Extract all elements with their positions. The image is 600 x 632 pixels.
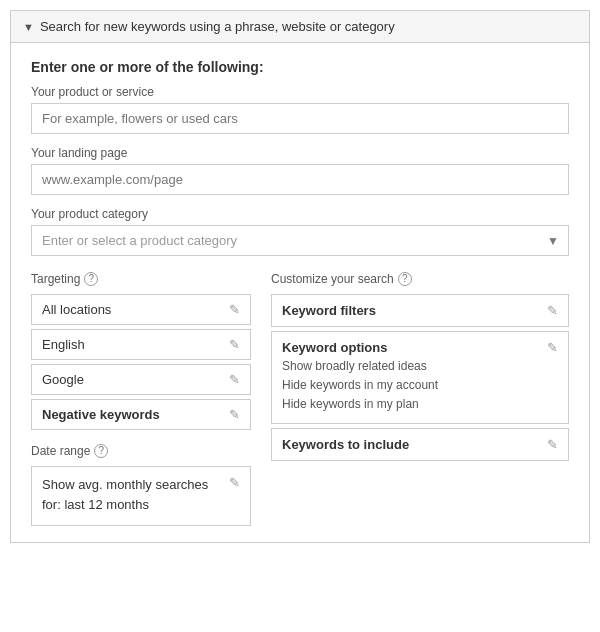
keyword-options-edit-icon[interactable]: ✎ — [547, 340, 558, 355]
category-label: Your product category — [31, 207, 569, 221]
keyword-filters-edit-icon[interactable]: ✎ — [547, 303, 558, 318]
google-label: Google — [42, 372, 84, 387]
customize-help-icon[interactable]: ? — [398, 272, 412, 286]
targeting-option-english[interactable]: English ✎ — [31, 329, 251, 360]
landing-label: Your landing page — [31, 146, 569, 160]
keywords-to-include-row[interactable]: Keywords to include ✎ — [271, 428, 569, 461]
date-range-help-icon[interactable]: ? — [94, 444, 108, 458]
english-edit-icon[interactable]: ✎ — [229, 337, 240, 352]
date-range-text: Show avg. monthly searches for: last 12 … — [42, 475, 208, 514]
category-select[interactable]: Enter or select a product category — [31, 225, 569, 256]
date-range-line1: Show avg. monthly searches — [42, 477, 208, 492]
two-column-section: Targeting ? All locations ✎ English ✎ Go… — [31, 272, 569, 526]
main-panel: ▼ Search for new keywords using a phrase… — [10, 10, 590, 543]
keyword-options-sub-item-2: Hide keywords in my account — [282, 376, 547, 395]
keyword-options-label: Keyword options — [282, 340, 547, 355]
targeting-label: Targeting — [31, 272, 80, 286]
keyword-filters-label: Keyword filters — [282, 303, 547, 318]
date-range-line2: for: last 12 months — [42, 497, 149, 512]
keywords-to-include-edit-icon[interactable]: ✎ — [547, 437, 558, 452]
keyword-options-row[interactable]: Keyword options Show broadly related ide… — [271, 331, 569, 424]
date-range-box[interactable]: Show avg. monthly searches for: last 12 … — [31, 466, 251, 526]
date-range-edit-icon[interactable]: ✎ — [229, 475, 240, 490]
keyword-options-sub: Show broadly related ideas Hide keywords… — [282, 357, 547, 415]
panel-body: Enter one or more of the following: Your… — [11, 43, 589, 542]
panel-collapse-arrow: ▼ — [23, 21, 34, 33]
keywords-to-include-content: Keywords to include — [282, 437, 547, 452]
negative-keywords-label: Negative keywords — [42, 407, 160, 422]
targeting-option-google[interactable]: Google ✎ — [31, 364, 251, 395]
google-edit-icon[interactable]: ✎ — [229, 372, 240, 387]
date-range-label: Date range — [31, 444, 90, 458]
keyword-options-sub-item-3: Hide keywords in my plan — [282, 395, 547, 414]
product-label: Your product or service — [31, 85, 569, 99]
panel-header[interactable]: ▼ Search for new keywords using a phrase… — [11, 11, 589, 43]
keyword-filters-content: Keyword filters — [282, 303, 547, 318]
product-input[interactable] — [31, 103, 569, 134]
keyword-options-sub-item-1: Show broadly related ideas — [282, 357, 547, 376]
targeting-title: Targeting ? — [31, 272, 251, 286]
targeting-help-icon[interactable]: ? — [84, 272, 98, 286]
date-range-title-row: Date range ? — [31, 444, 251, 458]
keywords-to-include-label: Keywords to include — [282, 437, 547, 452]
landing-input[interactable] — [31, 164, 569, 195]
keyword-filters-row[interactable]: Keyword filters ✎ — [271, 294, 569, 327]
date-range-section: Date range ? Show avg. monthly searches … — [31, 444, 251, 526]
english-label: English — [42, 337, 85, 352]
negative-keywords-edit-icon[interactable]: ✎ — [229, 407, 240, 422]
customize-label: Customize your search — [271, 272, 394, 286]
targeting-option-negative-keywords[interactable]: Negative keywords ✎ — [31, 399, 251, 430]
targeting-option-all-locations[interactable]: All locations ✎ — [31, 294, 251, 325]
all-locations-edit-icon[interactable]: ✎ — [229, 302, 240, 317]
customize-title: Customize your search ? — [271, 272, 569, 286]
panel-header-title: Search for new keywords using a phrase, … — [40, 19, 395, 34]
keyword-options-content: Keyword options Show broadly related ide… — [282, 340, 547, 415]
customize-column: Customize your search ? Keyword filters … — [271, 272, 569, 526]
targeting-column: Targeting ? All locations ✎ English ✎ Go… — [31, 272, 251, 526]
category-select-wrapper: Enter or select a product category ▼ — [31, 225, 569, 256]
all-locations-label: All locations — [42, 302, 111, 317]
section-title: Enter one or more of the following: — [31, 59, 569, 75]
